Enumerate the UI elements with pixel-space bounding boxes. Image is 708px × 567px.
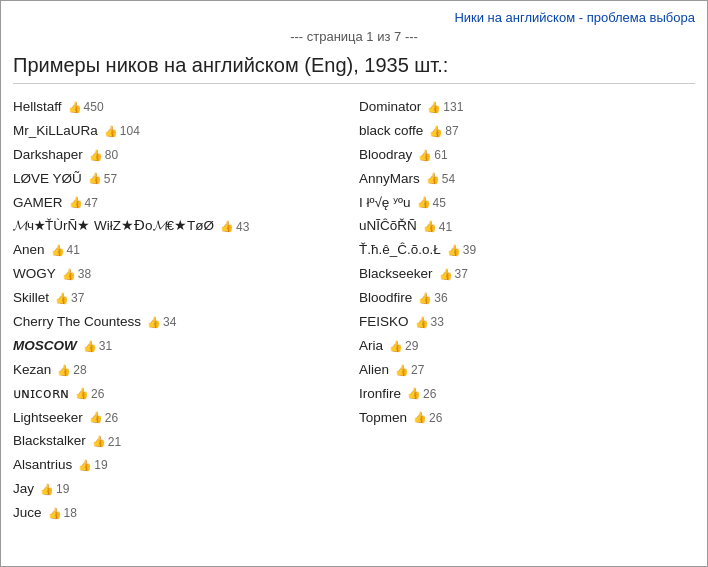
nick-likes: 👍37: [55, 290, 84, 307]
nick-name[interactable]: Juce: [13, 504, 42, 523]
likes-count: 80: [105, 147, 118, 164]
nick-name[interactable]: Bloodray: [359, 146, 412, 165]
thumbs-up-icon: 👍: [69, 195, 83, 210]
list-item: MOSCOW👍31: [13, 337, 349, 356]
list-item: ᴜɴɪᴄᴏʀɴ👍26: [13, 385, 349, 404]
nick-likes: 👍36: [418, 290, 447, 307]
nick-name[interactable]: 𝓜ч★ŤÙrÑ★ WiłZ★Ɖo𝓜€★TøØ: [13, 217, 214, 236]
likes-count: 45: [433, 195, 446, 212]
likes-count: 104: [120, 123, 140, 140]
nick-likes: 👍26: [75, 386, 104, 403]
nick-name[interactable]: Bloodfire: [359, 289, 412, 308]
thumbs-up-icon: 👍: [418, 148, 432, 163]
nick-name[interactable]: black coffe: [359, 122, 423, 141]
nick-name[interactable]: I łº√ę ʸºu: [359, 194, 411, 213]
thumbs-up-icon: 👍: [89, 148, 103, 163]
nick-name[interactable]: Blackseeker: [359, 265, 433, 284]
list-item: Lightseeker👍26: [13, 409, 349, 428]
likes-count: 37: [455, 266, 468, 283]
nick-name[interactable]: Ironfire: [359, 385, 401, 404]
nick-likes: 👍450: [68, 99, 104, 116]
thumbs-up-icon: 👍: [55, 291, 69, 306]
likes-count: 41: [67, 242, 80, 259]
likes-count: 26: [429, 410, 442, 427]
nick-name[interactable]: Jay: [13, 480, 34, 499]
nick-name[interactable]: uNĨĈõŘÑ: [359, 217, 417, 236]
likes-count: 47: [85, 195, 98, 212]
nick-likes: 👍41: [423, 219, 452, 236]
top-link[interactable]: Ники на английском - проблема выбора: [454, 10, 695, 25]
nick-likes: 👍19: [40, 481, 69, 498]
nick-name[interactable]: Skillet: [13, 289, 49, 308]
nick-likes: 👍26: [89, 410, 118, 427]
nick-name[interactable]: ᴜɴɪᴄᴏʀɴ: [13, 385, 69, 404]
likes-count: 37: [71, 290, 84, 307]
nick-name[interactable]: Blackstalker: [13, 432, 86, 451]
list-item: Topmen👍26: [359, 409, 695, 428]
list-item: Kezan👍28: [13, 361, 349, 380]
thumbs-up-icon: 👍: [62, 267, 76, 282]
nick-likes: 👍21: [92, 434, 121, 451]
list-item: Cherry The Countess👍34: [13, 313, 349, 332]
nick-name[interactable]: LØVE YØŨ: [13, 170, 82, 189]
likes-count: 57: [104, 171, 117, 188]
nick-likes: 👍41: [51, 242, 80, 259]
list-item: Jay👍19: [13, 480, 349, 499]
nick-likes: 👍131: [427, 99, 463, 116]
nick-name[interactable]: Kezan: [13, 361, 51, 380]
likes-count: 41: [439, 219, 452, 236]
likes-count: 27: [411, 362, 424, 379]
list-item: Alsantrius👍19: [13, 456, 349, 475]
likes-count: 39: [463, 242, 476, 259]
list-item: Anen👍41: [13, 241, 349, 260]
list-item: Ironfire👍26: [359, 385, 695, 404]
nick-name[interactable]: Hellstaff: [13, 98, 62, 117]
nick-name[interactable]: MOSCOW: [13, 337, 77, 356]
likes-count: 28: [73, 362, 86, 379]
thumbs-up-icon: 👍: [57, 363, 71, 378]
likes-count: 18: [64, 505, 77, 522]
list-item: Hellstaff👍450: [13, 98, 349, 117]
list-item: Aria👍29: [359, 337, 695, 356]
nick-likes: 👍34: [147, 314, 176, 331]
nick-name[interactable]: Darkshaper: [13, 146, 83, 165]
list-item: FEISKO👍33: [359, 313, 695, 332]
thumbs-up-icon: 👍: [68, 100, 82, 115]
list-item: GAMER👍47: [13, 194, 349, 213]
nick-likes: 👍38: [62, 266, 91, 283]
nick-name[interactable]: Mr_KiLLaURa: [13, 122, 98, 141]
pagination: --- страница 1 из 7 ---: [13, 29, 695, 44]
nick-name[interactable]: FEISKO: [359, 313, 409, 332]
list-item: LØVE YØŨ👍57: [13, 170, 349, 189]
nick-name[interactable]: Lightseeker: [13, 409, 83, 428]
thumbs-up-icon: 👍: [83, 339, 97, 354]
list-item: WOGY👍38: [13, 265, 349, 284]
likes-count: 61: [434, 147, 447, 164]
thumbs-up-icon: 👍: [92, 434, 106, 449]
thumbs-up-icon: 👍: [407, 386, 421, 401]
nick-name[interactable]: WOGY: [13, 265, 56, 284]
nick-name[interactable]: GAMER: [13, 194, 63, 213]
nick-name[interactable]: Aria: [359, 337, 383, 356]
nick-name[interactable]: Anen: [13, 241, 45, 260]
nick-name[interactable]: Cherry The Countess: [13, 313, 141, 332]
list-item: Blackseeker👍37: [359, 265, 695, 284]
nick-name[interactable]: Alien: [359, 361, 389, 380]
nick-likes: 👍18: [48, 505, 77, 522]
likes-count: 29: [405, 338, 418, 355]
nick-likes: 👍43: [220, 219, 249, 236]
thumbs-up-icon: 👍: [395, 363, 409, 378]
likes-count: 34: [163, 314, 176, 331]
nick-name[interactable]: Ť.ħ.ê_Ĉ.õ.o.Ł: [359, 241, 441, 260]
thumbs-up-icon: 👍: [426, 171, 440, 186]
nick-name[interactable]: AnnyMars: [359, 170, 420, 189]
nick-name[interactable]: Alsantrius: [13, 456, 72, 475]
page-title: Примеры ников на английском (Eng), 1935 …: [13, 54, 695, 84]
thumbs-up-icon: 👍: [417, 195, 431, 210]
likes-count: 87: [445, 123, 458, 140]
thumbs-up-icon: 👍: [447, 243, 461, 258]
nick-likes: 👍45: [417, 195, 446, 212]
nick-name[interactable]: Topmen: [359, 409, 407, 428]
nick-name[interactable]: Dominator: [359, 98, 421, 117]
thumbs-up-icon: 👍: [147, 315, 161, 330]
